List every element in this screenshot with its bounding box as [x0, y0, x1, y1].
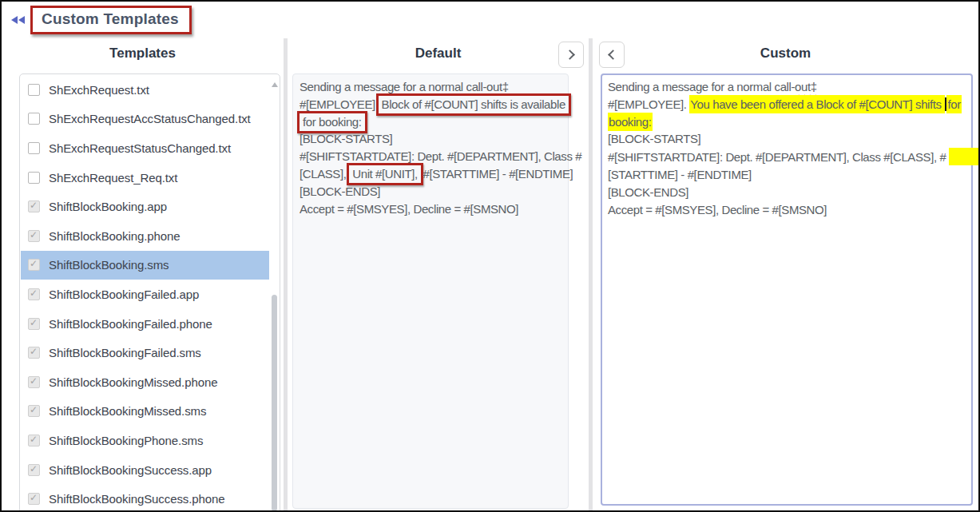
text-line: [BLOCK-STARTS]: [608, 130, 966, 148]
default-template-text: Sending a message for a normal call-out‡…: [292, 73, 569, 509]
checkbox-checked-icon[interactable]: [28, 318, 40, 330]
checkbox-checked-icon[interactable]: [28, 259, 40, 271]
text-line: [BLOCK-STARTS]: [300, 130, 561, 148]
template-list-item[interactable]: ShExchRequest.txt: [21, 75, 269, 105]
checkbox-checked-icon[interactable]: [28, 435, 40, 447]
checkbox-unchecked-icon[interactable]: [28, 84, 40, 96]
annotation-red-box: Block of #[COUNT] shifts is available: [376, 93, 571, 116]
checkbox-checked-icon[interactable]: [28, 493, 40, 505]
text-line: [STARTTIME] - #[ENDTIME]: [608, 166, 966, 184]
text-segment: Accept = #[SMSYES], Decline = #[SMSNO]: [300, 202, 518, 216]
highlighted-text: booking:: [608, 113, 653, 131]
templates-list-rows: ShExchRequest.txtShExchRequestAccStatusC…: [21, 75, 269, 512]
template-label: ShiftBlockBookingSuccess.app: [49, 463, 212, 477]
text-segment: #[EMPLOYEE].: [608, 97, 689, 111]
text-line: booking:: [608, 113, 966, 131]
text-segment: [BLOCK-STARTS]: [608, 132, 700, 145]
checkbox-checked-icon[interactable]: [28, 405, 40, 417]
text-line: Accept = #[SMSYES], Decline = #[SMSNO]: [300, 200, 561, 218]
content-area: Templates ShExchRequest.txtShExchRequest…: [2, 38, 978, 510]
page-title: Custom Templates: [42, 10, 179, 28]
custom-panel-title: Custom: [593, 38, 978, 62]
checkbox-checked-icon[interactable]: [28, 376, 40, 388]
text-segment: #[EMPLOYEE]: [300, 97, 379, 111]
list-scrollbar[interactable]: [270, 74, 280, 512]
template-label: ShExchRequestStatusChanged.txt: [49, 141, 231, 155]
text-segment: [BLOCK-STARTS]: [300, 132, 392, 145]
template-label: ShiftBlockBookingFailed.phone: [49, 317, 212, 331]
left-triangle-icon: [11, 16, 18, 24]
template-list-item[interactable]: ShiftBlockBooking.phone: [21, 221, 269, 251]
template-list-item[interactable]: ShiftBlockBookingFailed.phone: [21, 309, 269, 339]
templates-panel-title: Templates: [2, 46, 284, 62]
highlighted-text: for: [946, 95, 961, 113]
template-label: ShiftBlockBooking.phone: [49, 229, 180, 243]
copy-to-default-button[interactable]: [599, 42, 625, 68]
templates-list: ShExchRequest.txtShExchRequestAccStatusC…: [19, 73, 280, 512]
template-label: ShiftBlockBookingPhone.sms: [49, 434, 203, 447]
template-label: ShiftBlockBookingSuccess.phone: [49, 492, 224, 506]
template-list-item[interactable]: ShiftBlockBooking.sms: [21, 251, 269, 280]
header: Custom Templates: [2, 2, 978, 38]
highlighted-text: You have been offered a Block of #[COUNT…: [689, 95, 945, 113]
annotation-red-box: for booking:: [297, 111, 367, 133]
text-line: [BLOCK-ENDS]: [608, 184, 966, 201]
text-line: [CLASS], Unit #[UNIT], #[STARTTIME] - #[…: [300, 165, 561, 183]
text-segment: #[STARTTIME] - #[ENDTIME]: [420, 167, 573, 181]
checkbox-checked-icon[interactable]: [28, 288, 40, 300]
text-line: Accept = #[SMSYES], Decline = #[SMSNO]: [608, 201, 966, 219]
text-segment: [BLOCK-ENDS]: [300, 185, 380, 198]
checkbox-unchecked-icon[interactable]: [28, 142, 40, 154]
custom-panel: Custom Sending a message for a normal ca…: [593, 38, 978, 510]
text-segment: Sending a message for a normal call-out‡: [300, 80, 509, 93]
checkbox-unchecked-icon[interactable]: [28, 172, 40, 184]
text-segment: #[SHIFTSTARTDATE]: Dept. #[DEPARTMENT], …: [608, 150, 949, 164]
template-list-item[interactable]: ShiftBlockBookingPhone.sms: [21, 426, 269, 455]
template-list-item[interactable]: ShiftBlockBookingFailed.sms: [21, 338, 269, 367]
checkbox-checked-icon[interactable]: [28, 464, 40, 476]
text-line: Sending a message for a normal call-out‡: [608, 78, 966, 96]
template-label: ShExchRequest.txt: [49, 83, 149, 97]
text-line: #[EMPLOYEE]. You have been offered a Blo…: [608, 96, 966, 113]
template-list-item[interactable]: ShiftBlockBookingMissed.phone: [21, 367, 269, 397]
template-list-item[interactable]: ShiftBlockBookingMissed.sms: [21, 397, 269, 427]
annotation-red-box: Unit #[UNIT],: [347, 163, 423, 185]
left-triangle-icon: [18, 16, 25, 24]
template-label: ShiftBlockBooking.sms: [49, 258, 169, 272]
template-label: ShiftBlockBookingFailed.app: [49, 288, 199, 301]
template-list-item[interactable]: ShiftBlockBooking.app: [21, 192, 269, 221]
custom-panel-header: Custom: [593, 38, 978, 73]
template-list-item[interactable]: ShiftBlockBookingSuccess.app: [21, 455, 269, 485]
templates-panel: Templates ShExchRequest.txtShExchRequest…: [2, 38, 284, 510]
highlight-empty-block: [949, 148, 980, 165]
collapse-panel-icon[interactable]: [11, 16, 25, 24]
text-segment: [CLASS],: [300, 167, 349, 181]
template-label: ShiftBlockBookingMissed.phone: [49, 375, 217, 389]
template-list-item[interactable]: ShExchRequestStatusChanged.txt: [21, 133, 269, 163]
scrollbar-thumb[interactable]: [272, 295, 277, 511]
custom-templates-window: { "header": { "title": "Custom Templates…: [0, 0, 980, 512]
template-label: ShiftBlockBookingFailed.sms: [49, 346, 201, 359]
template-label: ShiftBlockBookingMissed.sms: [49, 404, 206, 418]
text-segment: Accept = #[SMSYES], Decline = #[SMSNO]: [608, 203, 827, 216]
text-line: [BLOCK-ENDS]: [300, 183, 561, 200]
scroll-up-arrow-icon[interactable]: [272, 79, 278, 87]
chevron-right-icon: [565, 50, 575, 60]
default-panel-header: Default: [288, 38, 589, 73]
template-label: ShExchRequest_Req.txt: [49, 171, 177, 185]
template-list-item[interactable]: ShiftBlockBookingFailed.app: [21, 280, 269, 309]
template-list-item[interactable]: ShExchRequest_Req.txt: [21, 163, 269, 192]
checkbox-checked-icon[interactable]: [28, 200, 40, 212]
checkbox-unchecked-icon[interactable]: [28, 113, 40, 125]
template-label: ShiftBlockBooking.app: [49, 200, 167, 213]
template-list-item[interactable]: ShiftBlockBookingSuccess.phone: [21, 484, 269, 512]
copy-to-custom-button[interactable]: [558, 42, 584, 68]
text-segment: [BLOCK-ENDS]: [608, 185, 688, 199]
default-panel-title: Default: [288, 38, 589, 62]
checkbox-checked-icon[interactable]: [28, 347, 40, 359]
text-segment: [STARTTIME] - #[ENDTIME]: [608, 168, 752, 181]
misspelled-text: out‡: [795, 80, 817, 93]
checkbox-checked-icon[interactable]: [28, 230, 40, 242]
custom-template-editor[interactable]: Sending a message for a normal call-out‡…: [601, 73, 973, 506]
template-list-item[interactable]: ShExchRequestAccStatusChanged.txt: [21, 105, 269, 134]
